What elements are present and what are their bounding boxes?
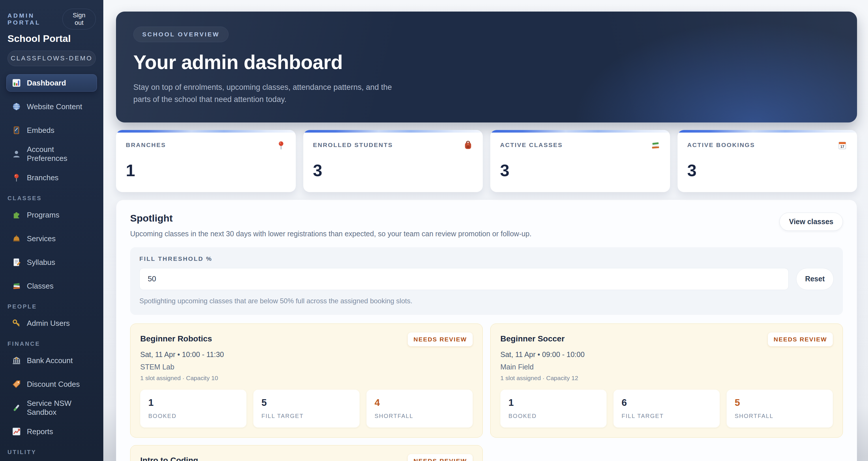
section-header-people: PEOPLE	[7, 303, 96, 310]
chart-up-icon	[12, 427, 21, 436]
view-classes-button[interactable]: View classes	[779, 212, 843, 231]
section-header-finance: FINANCE	[7, 341, 96, 347]
class-datetime: Sat, 11 Apr • 09:00 - 10:00	[500, 350, 833, 359]
pushpin-icon	[276, 140, 286, 150]
class-title: Beginner Robotics	[140, 333, 212, 343]
bar-chart-icon	[12, 78, 21, 88]
sidebar-item-label: Reports	[27, 427, 53, 436]
stat-card-accent-bar	[303, 130, 483, 133]
metric-fill-target: 5 FILL TARGET	[253, 390, 360, 428]
needs-review-badge: NEEDS REVIEW	[408, 333, 473, 346]
class-location: STEM Lab	[140, 363, 473, 371]
sign-out-button[interactable]: Sign out	[62, 9, 96, 29]
metric-value: 1	[508, 397, 598, 408]
stat-card-accent-bar	[116, 130, 296, 133]
sidebar-item-label: Discount Codes	[27, 380, 80, 389]
stat-value: 3	[687, 161, 847, 180]
sidebar-item-reports[interactable]: Reports	[6, 423, 97, 440]
metric-booked: 1 BOOKED	[500, 390, 607, 428]
user-icon	[12, 149, 21, 159]
metric-value: 4	[375, 397, 465, 408]
page-title: Your admin dashboard	[133, 51, 840, 74]
sidebar-item-programs[interactable]: Programs	[6, 206, 97, 224]
sidebar-item-label: Classes	[27, 282, 53, 291]
key-icon	[12, 319, 21, 328]
sidebar-item-bank-account[interactable]: Bank Account	[6, 352, 97, 369]
fill-threshold-helper: Spotlighting upcoming classes that are b…	[140, 297, 834, 305]
class-location: Main Field	[500, 363, 833, 371]
stat-value: 1	[126, 161, 286, 180]
backpack-icon	[463, 140, 473, 150]
metric-value: 5	[735, 397, 825, 408]
sidebar: ADMIN PORTAL Sign out School Portal CLAS…	[0, 0, 103, 461]
spotlight-description: Upcoming classes in the next 30 days wit…	[130, 230, 531, 238]
metric-label: BOOKED	[148, 413, 238, 420]
sidebar-item-admin-users[interactable]: Admin Users	[6, 315, 97, 332]
page-subtitle: Stay on top of enrolments, upcoming clas…	[133, 82, 393, 106]
section-header-utility: UTILITY	[7, 449, 96, 456]
spotlight-panel: Spotlight Upcoming classes in the next 3…	[116, 200, 857, 461]
bell-icon	[12, 234, 21, 243]
metric-shortfall: 4 SHORTFALL	[367, 390, 473, 428]
stat-label: ACTIVE BOOKINGS	[687, 140, 755, 148]
sidebar-item-discount-codes[interactable]: Discount Codes	[6, 375, 97, 393]
memo-icon	[12, 258, 21, 267]
stat-label: ENROLLED STUDENTS	[313, 140, 393, 148]
reset-button[interactable]: Reset	[796, 268, 834, 290]
metric-label: SHORTFALL	[735, 413, 825, 420]
sidebar-item-account-preferences[interactable]: Account Preferences	[6, 145, 97, 163]
stat-cards-row: BRANCHES 1 ENROLLED STUDENTS 3 ACTIVE CL…	[116, 130, 857, 192]
pushpin-icon	[12, 173, 21, 182]
section-header-classes: CLASSES	[7, 195, 96, 202]
needs-review-badge: NEEDS REVIEW	[768, 333, 833, 346]
sidebar-item-label: Dashboard	[27, 79, 66, 88]
books-icon	[12, 281, 21, 291]
class-datetime: Sat, 11 Apr • 10:00 - 11:30	[140, 350, 473, 359]
stat-card-enrolled-students: ENROLLED STUDENTS 3	[303, 130, 483, 192]
stat-value: 3	[500, 161, 660, 180]
fill-threshold-label: FILL THRESHOLD %	[140, 255, 834, 262]
sidebar-item-dashboard[interactable]: Dashboard	[6, 74, 97, 92]
puzzle-icon	[12, 210, 21, 220]
fill-threshold-input[interactable]	[140, 268, 788, 290]
metric-booked: 1 BOOKED	[140, 390, 246, 428]
tag-icon	[12, 379, 21, 389]
metric-fill-target: 6 FILL TARGET	[614, 390, 720, 428]
class-card-beginner-robotics: Beginner Robotics NEEDS REVIEW Sat, 11 A…	[130, 323, 483, 438]
sidebar-item-branches[interactable]: Branches	[6, 169, 97, 186]
stat-value: 3	[313, 161, 473, 180]
class-title: Intro to Coding	[140, 454, 198, 461]
class-card-beginner-soccer: Beginner Soccer NEEDS REVIEW Sat, 11 Apr…	[490, 323, 843, 438]
sidebar-item-syllabus[interactable]: Syllabus	[6, 254, 97, 271]
stat-card-accent-bar	[490, 130, 670, 133]
sidebar-item-website-content[interactable]: Website Content	[6, 98, 97, 115]
bank-icon	[12, 356, 21, 365]
globe-icon	[12, 102, 21, 111]
metric-value: 1	[148, 397, 238, 408]
sidebar-item-classes[interactable]: Classes	[6, 277, 97, 295]
sidebar-item-service-nsw-sandbox[interactable]: Service NSW Sandbox	[6, 399, 97, 416]
stat-card-active-classes: ACTIVE CLASSES 3	[490, 130, 670, 192]
sidebar-item-services[interactable]: Services	[6, 230, 97, 247]
calendar-icon	[837, 140, 847, 150]
class-card-intro-to-coding: Intro to Coding NEEDS REVIEW Sun, 12 Apr…	[130, 445, 483, 461]
test-tube-icon	[12, 403, 21, 412]
sidebar-item-label: Website Content	[27, 102, 82, 111]
tenant-badge: CLASSFLOWS-DEMO	[7, 51, 96, 66]
sidebar-item-label: Embeds	[27, 126, 54, 135]
sidebar-item-label: Account Preferences	[27, 145, 91, 163]
window-icon	[12, 126, 21, 135]
books-icon	[650, 140, 660, 150]
stat-card-accent-bar	[678, 130, 857, 133]
sidebar-item-label: Services	[27, 234, 56, 243]
metric-value: 6	[622, 397, 712, 408]
class-title: Beginner Soccer	[500, 333, 565, 343]
sidebar-item-label: Bank Account	[27, 356, 73, 365]
admin-portal-kicker: ADMIN PORTAL	[7, 12, 62, 26]
spotlight-title: Spotlight	[130, 212, 531, 224]
class-capacity: 1 slot assigned · Capacity 12	[500, 375, 833, 381]
sidebar-item-embeds[interactable]: Embeds	[6, 122, 97, 139]
metric-label: SHORTFALL	[375, 413, 465, 420]
stat-card-active-bookings: ACTIVE BOOKINGS 3	[678, 130, 857, 192]
hero-banner: SCHOOL OVERVIEW Your admin dashboard Sta…	[116, 11, 857, 122]
